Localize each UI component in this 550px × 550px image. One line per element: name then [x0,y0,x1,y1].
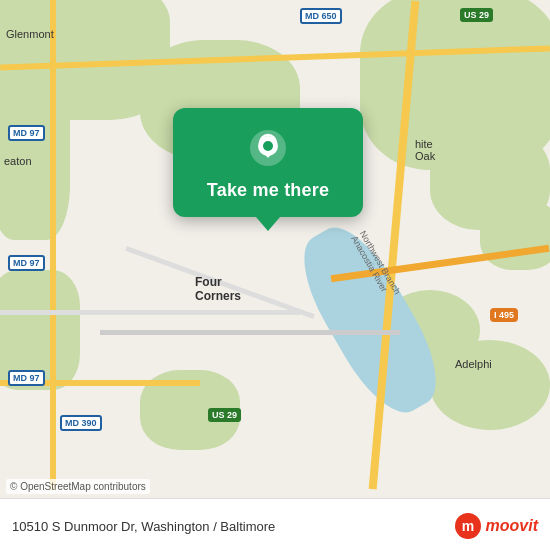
location-pin-icon [246,126,290,170]
take-me-there-button[interactable]: Take me there [207,180,329,201]
address-label: 10510 S Dunmoor Dr, Washington / Baltimo… [12,519,275,534]
svg-text:m: m [461,518,473,534]
bottom-bar: 10510 S Dunmoor Dr, Washington / Baltimo… [0,498,550,550]
svg-point-2 [263,141,273,151]
road [0,310,300,315]
moovit-icon: m [454,512,482,540]
map-container: Glenmont eaton hiteOak FourCorners Adelp… [0,0,550,550]
green-area [430,340,550,430]
highway-badge-md97-1: MD 97 [8,125,45,141]
moovit-logo: m moovit [454,512,538,540]
copyright-notice: © OpenStreetMap contributors [6,479,150,494]
location-popup[interactable]: Take me there [173,108,363,217]
road [100,330,400,335]
moovit-brand-text: moovit [486,517,538,535]
highway-badge-md97-3: MD 97 [8,370,45,386]
highway-badge-us29-top: US 29 [460,8,493,22]
highway-badge-i495: I 495 [490,308,518,322]
road [50,0,56,490]
green-area [0,60,70,240]
highway-badge-md97-2: MD 97 [8,255,45,271]
highway-badge-md390: MD 390 [60,415,102,431]
highway-badge-us29-bottom: US 29 [208,408,241,422]
highway-badge-md650: MD 650 [300,8,342,24]
